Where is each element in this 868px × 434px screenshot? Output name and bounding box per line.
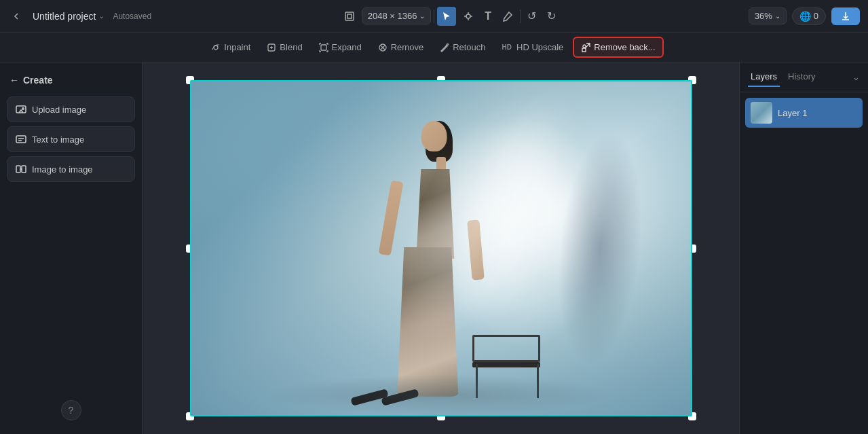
sidebar-item-image-to-image[interactable]: Image to image <box>7 156 135 182</box>
topbar-center: 2048 × 1366 ⌄ T ↺ ↻ <box>157 5 743 26</box>
back-button[interactable] <box>8 8 24 24</box>
project-title-container[interactable]: Untitled project ⌄ <box>29 8 109 24</box>
hd-upscale-button[interactable]: HD HD Upscale <box>495 38 571 56</box>
text-tool-icon: T <box>485 10 491 22</box>
photo-background <box>191 82 691 415</box>
layer-thumb-inner <box>751 102 772 124</box>
expand-label: Expand <box>332 42 362 52</box>
svg-rect-0 <box>345 12 354 20</box>
resize-icon-button[interactable] <box>340 7 359 26</box>
remove-background-button[interactable]: Remove back... <box>573 37 663 58</box>
chair-back <box>472 335 540 362</box>
svg-point-7 <box>583 45 586 48</box>
remove-label: Remove <box>391 42 423 52</box>
head <box>421 121 447 151</box>
layer-name: Layer 1 <box>778 108 807 118</box>
sidebar-back-icon: ← <box>10 75 19 86</box>
left-arm <box>379 181 404 257</box>
zoom-level: 36% <box>755 11 772 21</box>
dimension-chevron: ⌄ <box>419 12 425 20</box>
credits-globe-icon: 🌐 <box>799 11 811 22</box>
text-to-image-label: Text to image <box>32 134 84 145</box>
text-tool-button[interactable]: T <box>480 6 495 26</box>
export-button[interactable] <box>831 7 860 25</box>
sidebar: ← Create Upload image Text to image <box>0 62 143 434</box>
help-button[interactable]: ? <box>61 400 81 420</box>
svg-point-1 <box>466 14 470 18</box>
chevron-down-icon: ⌄ <box>852 72 860 82</box>
sidebar-header[interactable]: ← Create <box>7 71 135 90</box>
chevron-down-icon: ⌄ <box>98 12 105 20</box>
select-tool-button[interactable] <box>437 7 456 26</box>
layer-thumbnail <box>751 102 772 124</box>
svg-rect-10 <box>16 136 26 143</box>
topbar-right: 36% ⌄ 🌐 0 <box>749 7 860 25</box>
autosaved-status: Autosaved <box>113 12 151 21</box>
floor-shadow <box>266 375 616 415</box>
inpaint-label: Inpaint <box>224 42 250 52</box>
credits-button[interactable]: 🌐 0 <box>792 7 826 25</box>
neck <box>436 157 446 170</box>
inpaint-button[interactable]: Inpaint <box>204 38 257 56</box>
canvas-image <box>190 80 692 416</box>
sidebar-header-label: Create <box>23 75 53 86</box>
upscale-label: HD Upscale <box>516 42 563 52</box>
sidebar-footer: ? <box>7 395 135 426</box>
dress-torso <box>411 169 459 259</box>
undo-button[interactable]: ↺ <box>523 5 540 26</box>
canvas-container <box>190 80 692 416</box>
panel-tabs: Layers History ⌄ <box>740 62 868 92</box>
layer-item[interactable]: Layer 1 <box>745 98 863 128</box>
pan-tool-button[interactable] <box>459 7 478 26</box>
project-title: Untitled project <box>33 11 96 22</box>
svg-point-6 <box>447 43 449 45</box>
redo-button[interactable]: ↻ <box>543 5 560 26</box>
remove-button[interactable]: Remove <box>371 38 430 56</box>
svg-rect-11 <box>16 166 20 173</box>
chair-seat <box>472 362 540 367</box>
upload-image-label: Upload image <box>32 105 86 115</box>
secondary-toolbar: Inpaint Blend Expand Remove Retouch HD H… <box>0 33 868 62</box>
zoom-selector[interactable]: 36% ⌄ <box>749 7 787 24</box>
undo-icon: ↺ <box>527 10 536 22</box>
layers-list: Layer 1 <box>740 92 868 133</box>
svg-point-2 <box>214 46 218 50</box>
credits-count: 0 <box>814 11 818 21</box>
dimension-value: 2048 × 1366 <box>368 11 417 21</box>
right-arm <box>467 219 485 281</box>
remove-background-label: Remove back... <box>594 42 655 52</box>
blend-button[interactable]: Blend <box>260 38 309 56</box>
pen-tool-button[interactable] <box>498 7 517 26</box>
help-icon: ? <box>69 405 74 416</box>
history-dropdown[interactable]: ⌄ <box>852 72 860 82</box>
redo-icon: ↻ <box>547 10 556 22</box>
expand-button[interactable]: Expand <box>312 38 369 56</box>
dimension-selector[interactable]: 2048 × 1366 ⌄ <box>362 7 432 24</box>
svg-point-9 <box>22 108 24 109</box>
topbar-left: Untitled project ⌄ Autosaved <box>8 8 151 24</box>
retouch-label: Retouch <box>453 42 485 52</box>
image-to-image-label: Image to image <box>32 164 93 175</box>
svg-rect-12 <box>22 166 26 173</box>
zoom-chevron: ⌄ <box>775 12 780 20</box>
right-panel: Layers History ⌄ Layer 1 <box>739 62 868 434</box>
topbar: Untitled project ⌄ Autosaved 2048 × 1366… <box>0 0 868 33</box>
canvas-area[interactable] <box>143 62 739 434</box>
sidebar-item-upload-image[interactable]: Upload image <box>7 96 135 122</box>
tab-history[interactable]: History <box>785 67 818 87</box>
svg-rect-4 <box>321 45 326 50</box>
retouch-button[interactable]: Retouch <box>433 38 492 56</box>
tab-layers[interactable]: Layers <box>748 67 780 87</box>
main-content: ← Create Upload image Text to image <box>0 62 868 434</box>
blend-label: Blend <box>280 42 302 52</box>
sidebar-item-text-to-image[interactable]: Text to image <box>7 126 135 152</box>
